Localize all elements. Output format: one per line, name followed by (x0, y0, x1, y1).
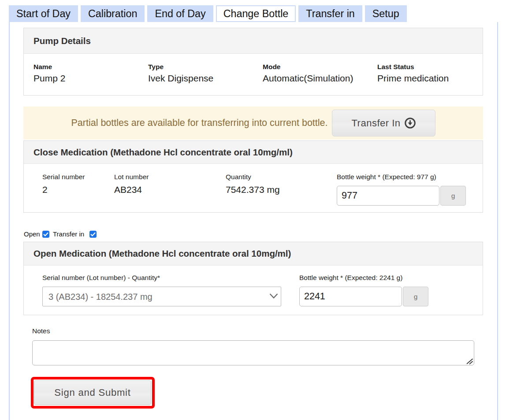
notes-label: Notes (32, 327, 50, 335)
close-medication-card: Close Medication (Methadone Hcl concentr… (23, 140, 483, 213)
pump-last-status-label: Last Status (377, 63, 449, 71)
close-bottle-weight-unit: g (440, 186, 466, 206)
transfer-in-checkbox-label: Transfer in (53, 230, 84, 238)
tab-start-of-day[interactable]: Start of Day (9, 5, 78, 22)
close-lot-field: Lot number AB234 (114, 173, 149, 195)
pump-field-mode: Mode Automatic(Simulation) (263, 63, 353, 84)
open-bottle-weight-input[interactable] (299, 287, 402, 306)
close-quantity-label: Quantity (226, 173, 280, 181)
tab-calibration[interactable]: Calibration (81, 5, 145, 22)
pump-mode-value: Automatic(Simulation) (263, 72, 353, 84)
open-serial-select[interactable]: 3 (AB234) - 18254.237 mg (42, 287, 281, 306)
tab-bar: Start of Day Calibration End of Day Chan… (9, 5, 407, 22)
pump-type-value: Ivek Digispense (148, 72, 213, 84)
pump-type-label: Type (148, 63, 213, 71)
check-icon (90, 232, 96, 236)
pump-last-status-value: Prime medication (377, 72, 449, 84)
transfer-alert: Partial bottles are available for transf… (23, 107, 483, 140)
close-serial-label: Serial number (42, 173, 85, 181)
pump-details-header: Pump Details (24, 28, 483, 54)
check-icon (43, 232, 48, 236)
pump-details-card: Pump Details Name Pump 2 Type Ivek Digis… (23, 28, 483, 96)
close-serial-value: 2 (42, 184, 85, 195)
open-serial-select-label: Serial number (Lot number) - Quantity* (42, 273, 160, 282)
close-serial-field: Serial number 2 (42, 173, 85, 195)
close-bottle-weight-input[interactable] (337, 186, 439, 206)
close-quantity-value: 7542.373 mg (226, 184, 280, 195)
arrow-circle-down-icon (405, 118, 416, 129)
pump-field-last-status: Last Status Prime medication (377, 63, 449, 84)
open-medication-title: Open Medication (Methadone Hcl concentra… (33, 248, 291, 259)
pump-name-value: Pump 2 (33, 72, 65, 84)
pump-details-title: Pump Details (33, 36, 91, 46)
close-medication-title: Close Medication (Methadone Hcl concentr… (33, 147, 293, 158)
pump-mode-label: Mode (263, 63, 353, 71)
transfer-in-button-label: Transfer In (351, 118, 400, 129)
bottle-toggles: Open Transfer in (0, 230, 506, 238)
change-bottle-page: Start of Day Calibration End of Day Chan… (0, 0, 506, 420)
close-lot-label: Lot number (114, 173, 149, 181)
sign-and-submit-button[interactable]: Sign and Submit (34, 380, 151, 405)
close-quantity-field: Quantity 7542.373 mg (226, 173, 280, 195)
open-medication-card: Open Medication (Methadone Hcl concentra… (23, 242, 483, 315)
transfer-in-button[interactable]: Transfer In (332, 110, 435, 136)
close-lot-value: AB234 (114, 184, 149, 195)
open-bottle-weight-label: Bottle weight * (Expected: 2241 g) (299, 273, 402, 282)
transfer-alert-message: Partial bottles are available for transf… (71, 118, 328, 129)
tab-setup[interactable]: Setup (365, 5, 407, 22)
close-medication-header: Close Medication (Methadone Hcl concentr… (24, 141, 483, 164)
close-bottle-weight-field: Bottle weight * (Expected: 977 g) (337, 173, 436, 181)
open-bottle-weight-unit: g (403, 287, 428, 306)
open-medication-header: Open Medication (Methadone Hcl concentra… (24, 242, 483, 265)
notes-textarea[interactable] (32, 340, 474, 365)
close-bottle-weight-label: Bottle weight * (Expected: 977 g) (337, 173, 436, 181)
transfer-in-checkbox[interactable] (89, 231, 97, 238)
tab-end-of-day[interactable]: End of Day (147, 5, 213, 22)
open-serial-select-wrap: 3 (AB234) - 18254.237 mg (42, 287, 281, 306)
pump-field-name: Name Pump 2 (33, 63, 65, 84)
open-checkbox-label: Open (24, 230, 40, 238)
open-checkbox[interactable] (42, 231, 49, 238)
tab-transfer-in[interactable]: Transfer in (298, 5, 362, 22)
pump-name-label: Name (33, 63, 65, 71)
tab-change-bottle[interactable]: Change Bottle (216, 5, 296, 22)
pump-field-type: Type Ivek Digispense (148, 63, 213, 84)
